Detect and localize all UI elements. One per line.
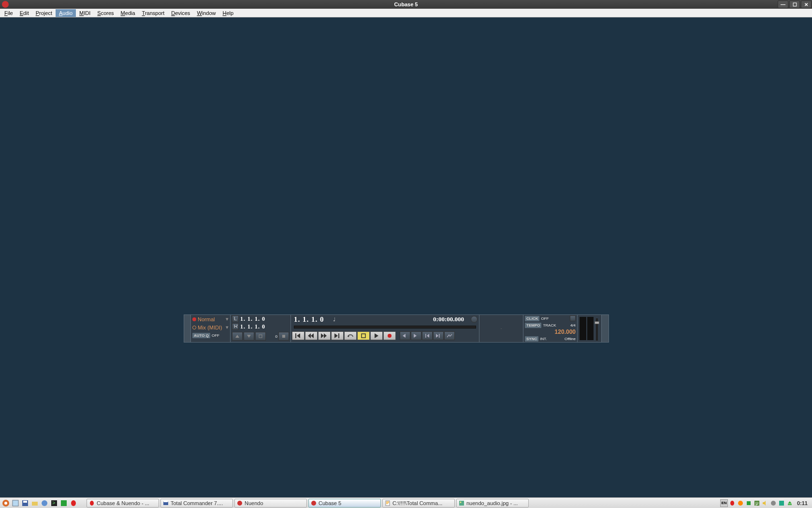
locator-left-value[interactable]: 1. 1. 1. 0 xyxy=(240,315,265,323)
tray-screenshot-icon[interactable] xyxy=(778,499,785,507)
menu-window[interactable]: Window xyxy=(193,9,219,17)
opera-launcher-icon[interactable] xyxy=(69,499,78,508)
tray-chat-icon[interactable] xyxy=(737,499,744,507)
mode-mix[interactable]: Mix (MIDI) ▾ xyxy=(191,323,230,331)
start-menu-button[interactable] xyxy=(1,499,10,508)
tray-eject-icon[interactable] xyxy=(786,499,794,507)
tempo-label: TEMPO xyxy=(525,323,541,328)
tray-download-icon[interactable] xyxy=(745,499,753,507)
tempo-value[interactable]: 120.000 xyxy=(555,329,576,335)
svg-point-11 xyxy=(4,502,7,505)
minimize-button[interactable]: — xyxy=(778,0,788,8)
position-timecode[interactable]: 0:00:00.000 xyxy=(433,315,464,323)
click-value[interactable]: OFF xyxy=(541,316,549,321)
task-button[interactable]: C:\!!!!\Total Comma... xyxy=(382,499,455,508)
time-signature[interactable]: 4/4 xyxy=(570,323,576,328)
save-icon[interactable] xyxy=(21,499,29,508)
stop-button[interactable] xyxy=(357,331,370,340)
locator-right-value[interactable]: 1. 1. 1. 0 xyxy=(240,323,265,330)
task-button[interactable]: Nuendo xyxy=(234,499,307,508)
clock[interactable]: 0:11 xyxy=(794,500,811,506)
svg-point-30 xyxy=(738,501,743,506)
marker-prev-button[interactable] xyxy=(400,331,410,340)
menu-scores[interactable]: Scores xyxy=(94,9,117,17)
svg-point-29 xyxy=(730,501,734,506)
menu-edit[interactable]: Edit xyxy=(16,9,32,17)
svg-rect-15 xyxy=(32,502,38,506)
menu-file[interactable]: File xyxy=(1,9,16,17)
position-slider[interactable] xyxy=(294,326,476,329)
folder-icon[interactable] xyxy=(30,499,39,508)
menu-media[interactable]: Media xyxy=(117,9,139,17)
note-icon: ♩ xyxy=(333,316,335,323)
goto-end-button[interactable] xyxy=(331,331,344,340)
marker-k-button[interactable] xyxy=(422,331,433,340)
position-pane: 1. 1. 1. 0 ♩ 0:00:00.000 xyxy=(291,315,479,342)
show-desktop-button[interactable] xyxy=(11,499,20,508)
tray-utorrent-icon[interactable]: μ xyxy=(753,499,761,507)
goto-start-button[interactable] xyxy=(292,331,304,340)
preroll-button[interactable] xyxy=(255,332,266,341)
menu-audio[interactable]: Audio xyxy=(56,9,76,17)
play-button[interactable] xyxy=(370,331,383,340)
svg-point-25 xyxy=(311,501,316,506)
sync-mode[interactable]: INT. xyxy=(540,337,547,341)
punch-out-button[interactable] xyxy=(244,332,254,341)
precount-button[interactable] xyxy=(570,315,576,321)
meter-pane xyxy=(578,315,602,342)
task-label: Cubase 5 xyxy=(319,500,341,506)
jog-button[interactable] xyxy=(444,331,455,340)
marker-add-button[interactable] xyxy=(433,331,444,340)
task-button[interactable]: Cubase 5 xyxy=(308,499,381,508)
maximize-button[interactable]: ☐ xyxy=(789,0,800,8)
svg-rect-6 xyxy=(362,334,365,338)
menu-help[interactable]: Help xyxy=(219,9,237,17)
tray-compass-icon[interactable] xyxy=(769,499,777,507)
marker-next-button[interactable] xyxy=(411,331,421,340)
svg-rect-35 xyxy=(779,501,784,506)
transport-mode-pane: Normal ▾ Mix (MIDI) ▾ AUTO Q OFF xyxy=(191,315,231,342)
autoq-row[interactable]: AUTO Q OFF xyxy=(191,331,230,340)
menu-midi[interactable]: MIDI xyxy=(76,9,94,17)
menu-project[interactable]: Project xyxy=(32,9,56,17)
tray-volume-icon[interactable] xyxy=(761,499,769,507)
tempo-pane: CLICK OFF TEMPO TRACK 4/4 120.000 SYNC I… xyxy=(523,315,578,342)
tempo-mode[interactable]: TRACK xyxy=(543,323,556,328)
terminal-icon[interactable]: > xyxy=(50,499,58,508)
autoq-value: OFF xyxy=(212,333,219,338)
svg-text:>: > xyxy=(52,500,55,506)
task-button[interactable]: nuendo_audio.jpg - ... xyxy=(456,499,529,508)
timecode-toggle-button[interactable] xyxy=(471,316,478,323)
locator-l-button[interactable]: L xyxy=(232,315,239,322)
punch-in-button[interactable] xyxy=(232,332,243,341)
svg-point-24 xyxy=(237,501,242,506)
record-button[interactable] xyxy=(383,331,396,340)
tc-icon[interactable] xyxy=(59,499,68,508)
transport-handle-left[interactable] xyxy=(184,315,191,342)
level-fader[interactable] xyxy=(596,318,598,341)
cycle-button[interactable] xyxy=(344,331,357,340)
lang-indicator[interactable]: EN xyxy=(720,499,728,507)
menu-transport[interactable]: Transport xyxy=(139,9,168,17)
menu-devices[interactable]: Devices xyxy=(168,9,193,17)
svg-text:L: L xyxy=(234,317,237,321)
svg-rect-14 xyxy=(23,501,27,503)
mode-normal[interactable]: Normal ▾ xyxy=(191,315,230,323)
close-button[interactable]: ✕ xyxy=(801,0,812,8)
svg-text:R: R xyxy=(234,325,237,329)
task-button[interactable]: Cubase & Nuendo - ... xyxy=(87,499,159,508)
task-label: Nuendo xyxy=(245,500,263,506)
locator-r-button[interactable]: R xyxy=(232,323,239,330)
svg-rect-31 xyxy=(747,501,751,505)
rewind-button[interactable] xyxy=(305,331,318,340)
network-icon[interactable] xyxy=(40,499,49,508)
position-primary[interactable]: 1. 1. 1. 0 xyxy=(294,315,324,324)
svg-rect-36 xyxy=(788,504,792,505)
transport-panel[interactable]: Normal ▾ Mix (MIDI) ▾ AUTO Q OFF L 1. 1.… xyxy=(184,314,609,343)
forward-button[interactable] xyxy=(318,331,331,340)
task-icon xyxy=(163,500,169,506)
tray-opera-icon[interactable] xyxy=(728,499,736,507)
metronome-options-button[interactable] xyxy=(278,332,289,341)
transport-handle-right[interactable] xyxy=(602,315,609,342)
task-button[interactable]: Total Commander 7.... xyxy=(160,499,233,508)
